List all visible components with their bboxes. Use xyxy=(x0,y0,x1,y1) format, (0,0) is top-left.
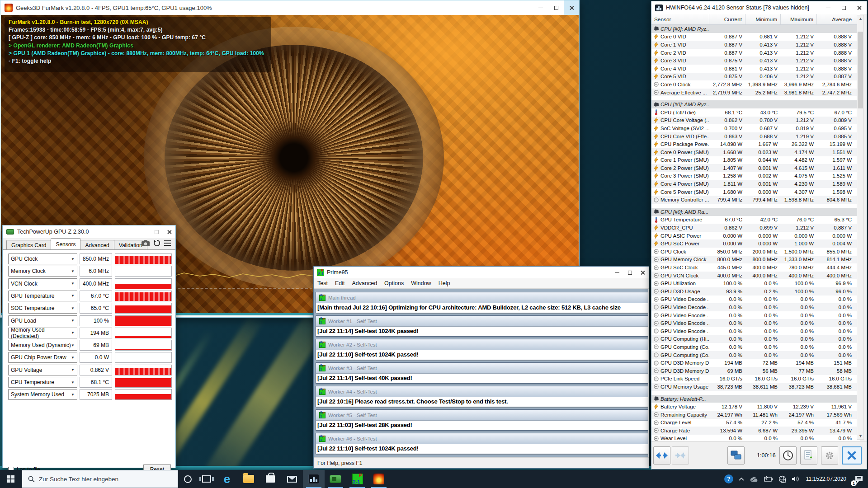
worker-titlebar[interactable]: P2-1Worker #3 - Self-Test xyxy=(316,363,648,374)
scrollbar[interactable]: ▲ ▼ xyxy=(857,15,864,440)
sensor-row[interactable]: GPU Computing (Co...0.0 %0.0 %0.0 %0.0 % xyxy=(651,351,860,359)
sensor-row[interactable]: GPU SoC Power0.000 W0.000 W1.000 W0.004 … xyxy=(651,239,860,248)
scroll-down-icon[interactable]: ▼ xyxy=(858,434,863,438)
taskbar-item-store[interactable] xyxy=(259,470,281,488)
menu-window[interactable]: Window xyxy=(407,279,434,288)
sensor-row[interactable]: Average Effective ...2,719.9 MHz25.2 MHz… xyxy=(651,89,860,97)
sensor-row[interactable]: Core 2 VID0.887 V0.413 V1.212 V0.888 V xyxy=(651,49,860,57)
sensor-row[interactable]: Core 1 Power (SMU)1.805 W0.044 W4.482 W1… xyxy=(651,156,860,164)
menu-options[interactable]: Options xyxy=(381,279,407,288)
search-input[interactable] xyxy=(39,476,165,483)
maximize-button[interactable] xyxy=(836,1,851,14)
column-header-sensor[interactable]: Sensor xyxy=(651,14,709,24)
tray-network-button[interactable] xyxy=(776,470,789,488)
sensor-row[interactable]: Memory Controller ...799.4 MHz799.4 MHz1… xyxy=(651,196,860,204)
sensor-row[interactable]: Wear Level0.0 %0.0 %0.0 %0.0 % xyxy=(651,435,860,441)
sensor-group-row[interactable]: CPU [#0]: AMD Ryz... xyxy=(651,25,860,33)
sensor-row[interactable]: GPU Memory Clock800.0 MHz800.0 MHz1,333.… xyxy=(651,256,860,264)
sensor-dropdown[interactable]: GPU Clock▼ xyxy=(8,253,77,264)
sensor-row[interactable]: GPU Video Encode ...0.0 %0.0 %0.0 %0.0 % xyxy=(651,327,860,335)
sensor-row[interactable]: GPU Video Decode ...0.0 %0.0 %0.0 %0.0 % xyxy=(651,303,860,311)
sensor-row[interactable]: GPU Memory Usage38,723 MB38,611 MB38,723… xyxy=(651,383,860,391)
sensor-row[interactable]: Core 5 Power (SMU)1.680 W0.000 W4.307 W1… xyxy=(651,188,860,196)
sensor-row[interactable]: Core 4 Power (SMU)1.811 W0.001 W4.230 W1… xyxy=(651,180,860,188)
sensor-row[interactable]: GPU Temperature67.0 °C42.0 °C76.0 °C65.3… xyxy=(651,216,860,224)
worker-titlebar[interactable]: P2-1Worker #1 - Self-Test xyxy=(316,316,648,327)
sensor-row[interactable]: GPU D3D Memory D...194 MB72 MB194 MB151 … xyxy=(651,359,860,367)
close-button[interactable] xyxy=(636,267,649,278)
minimize-button[interactable] xyxy=(533,0,548,15)
sensor-row[interactable]: GPU Video Encode ...0.0 %0.0 %0.0 %0.0 % xyxy=(651,311,860,319)
menu-test[interactable]: Test xyxy=(314,279,331,288)
sensor-row[interactable]: GPU SoC Clock445.0 MHz400.0 MHz780.0 MHz… xyxy=(651,263,860,272)
taskbar-item-gpuz[interactable] xyxy=(325,470,346,488)
sensor-dropdown[interactable]: System Memory Used▼ xyxy=(8,389,77,400)
close-button[interactable] xyxy=(851,1,867,14)
action-center-button[interactable]: 1 xyxy=(850,470,868,488)
sensor-row[interactable]: Core 2 Power (SMU)1.407 W0.001 W4.615 W1… xyxy=(651,164,860,172)
tray-help-button[interactable]: ? xyxy=(722,470,736,488)
tray-battery-button[interactable] xyxy=(761,470,776,488)
column-header-minimum[interactable]: Minimum xyxy=(745,14,781,24)
sensor-dropdown[interactable]: GPU Chip Power Draw▼ xyxy=(8,352,77,363)
refresh-icon[interactable] xyxy=(154,240,160,246)
worker-titlebar[interactable]: P2-1Worker #5 - Self-Test xyxy=(316,410,648,421)
minimize-button[interactable] xyxy=(611,267,623,278)
report-button[interactable] xyxy=(800,446,817,465)
sensor-row[interactable]: PCIe Link Speed16.0 GT/s16.0 GT/s16.0 GT… xyxy=(651,375,860,383)
tray-overflow-button[interactable] xyxy=(736,470,747,488)
start-button[interactable] xyxy=(0,470,22,488)
maximize-button[interactable] xyxy=(548,0,564,15)
tray-onedrive-button[interactable] xyxy=(747,470,761,488)
sensor-dropdown[interactable]: CPU Temperature▼ xyxy=(8,377,77,388)
remote-monitoring-button[interactable] xyxy=(727,446,745,465)
sensor-row[interactable]: GPU D3D Usage93.9 %0.2 %100.0 %96.0 % xyxy=(651,287,860,296)
tab-advanced[interactable]: Advanced xyxy=(80,240,114,249)
sensor-dropdown[interactable]: SOC Temperature▼ xyxy=(8,303,77,314)
maximize-button[interactable] xyxy=(623,267,636,278)
sensor-row[interactable]: SoC Voltage (SVI2 ...0.700 V0.687 V0.819… xyxy=(651,124,860,132)
sensor-dropdown[interactable]: Memory Used (Dedicated)▼ xyxy=(8,328,77,338)
minimize-button[interactable] xyxy=(821,1,836,14)
sensor-dropdown[interactable]: GPU Voltage▼ xyxy=(8,365,77,375)
sensor-row[interactable]: Charge Level57.4 %27.2 %57.4 %41.7 % xyxy=(651,419,860,427)
menu-advanced[interactable]: Advanced xyxy=(348,279,381,288)
sensor-row[interactable]: Core 1 VID0.887 V0.413 V1.212 V0.888 V xyxy=(651,41,860,49)
settings-button[interactable] xyxy=(821,446,838,465)
taskbar-search[interactable] xyxy=(22,470,178,488)
column-header-average[interactable]: Average xyxy=(817,14,855,24)
sensor-group-row[interactable]: GPU [#0]: AMD Ra... xyxy=(651,208,860,216)
expand-columns-button[interactable] xyxy=(653,446,670,465)
sensor-row[interactable]: Core 0 Clock2,772.8 MHz1,398.9 MHz3,996.… xyxy=(651,80,860,89)
sensor-row[interactable]: GPU ASIC Power0.000 W0.000 W0.000 W0.000… xyxy=(651,232,860,240)
sensor-row[interactable]: Charge Rate13.594 W6.687 W29.395 W13.479… xyxy=(651,427,860,435)
sensor-dropdown[interactable]: GPU Load▼ xyxy=(8,315,77,326)
sensor-row[interactable]: Core 3 VID0.875 V0.413 V1.212 V0.888 V xyxy=(651,56,860,65)
taskbar-item-hwinfo[interactable] xyxy=(303,470,325,488)
worker-titlebar[interactable]: P2-1Main thread xyxy=(316,292,648,303)
taskbar-item-file-explorer[interactable] xyxy=(238,470,259,488)
sensor-row[interactable]: CPU (Tctl/Tdie)68.1 °C43.0 °C79.5 °C67.0… xyxy=(651,108,860,117)
sensor-row[interactable]: GPU Utilization100.0 %0.0 %100.0 %96.9 % xyxy=(651,279,860,287)
worker-titlebar[interactable]: P2-1Worker #4 - Self-Test xyxy=(316,386,648,397)
minimize-button[interactable] xyxy=(137,225,150,238)
worker-titlebar[interactable]: P2-1Worker #6 - Self-Test xyxy=(316,433,648,444)
close-button[interactable] xyxy=(564,0,579,15)
sensor-dropdown[interactable]: VCN Clock▼ xyxy=(8,278,77,289)
sensor-row[interactable]: Core 0 Power (SMU)1.668 W0.023 W4.174 W1… xyxy=(651,148,860,156)
sensor-row[interactable]: Core 5 VID0.875 V0.406 V1.212 V0.887 V xyxy=(651,73,860,81)
sensor-dropdown[interactable]: Memory Used (Dynamic)▼ xyxy=(8,340,77,351)
menu-help[interactable]: Help xyxy=(435,279,454,288)
scroll-up-icon[interactable]: ▲ xyxy=(858,16,863,21)
sensor-row[interactable]: GPU Computing (Co...0.0 %0.0 %0.0 %0.0 % xyxy=(651,343,860,351)
worker-titlebar[interactable]: P2-1Worker #2 - Self-Test xyxy=(316,339,648,350)
column-header-current[interactable]: Current xyxy=(709,14,745,24)
sensor-row[interactable]: GPU Video Encode ...0.0 %0.0 %0.0 %0.0 % xyxy=(651,319,860,327)
taskbar-item-mail[interactable] xyxy=(281,470,303,488)
taskbar-item-edge[interactable]: e xyxy=(216,470,238,488)
sensor-row[interactable]: GPU D3D Memory D...69 MB56 MB77 MB58 MB xyxy=(651,367,860,375)
camera-icon[interactable] xyxy=(142,240,150,246)
sensor-row[interactable]: CPU Package Powe...14.898 W1.667 W26.322… xyxy=(651,140,860,148)
gpuz-titlebar[interactable]: TechPowerUp GPU-Z 2.30.0 xyxy=(3,225,175,238)
sensor-row[interactable]: Core 0 VID0.887 V0.681 V1.212 V0.888 V xyxy=(651,33,860,41)
